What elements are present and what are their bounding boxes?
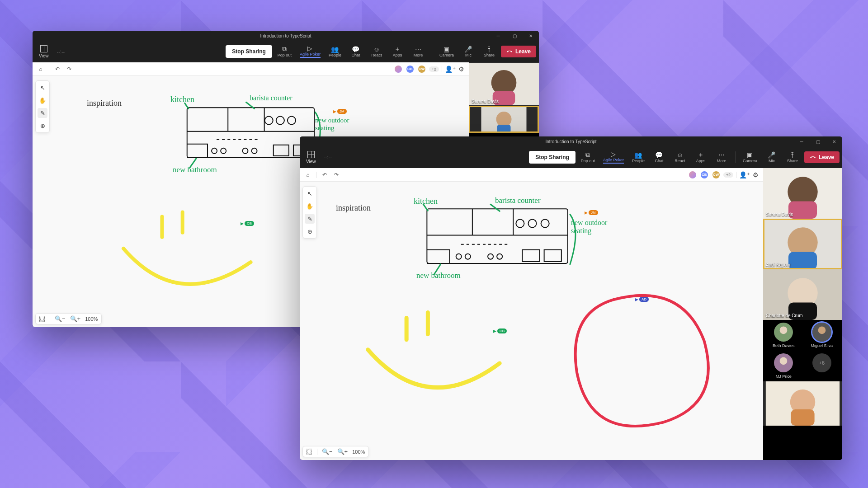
agile-poker-button[interactable]: ▷Agile Poker [297,44,323,59]
participant-self-tile[interactable] [763,381,842,426]
leave-button[interactable]: Leave [501,46,536,57]
undo-button[interactable]: ↶ [321,171,328,178]
popout-button[interactable]: ⧉Pop out [275,45,294,58]
pen-tool[interactable]: ✎ [305,214,315,224]
participant-tile[interactable] [469,106,539,133]
zoom-out-button[interactable]: 🔍− [55,315,66,322]
react-button[interactable]: ☺React [368,45,386,58]
add-tool[interactable]: ⊕ [305,226,315,236]
participant-tile[interactable]: Serena Davis [469,62,539,106]
tool-tray: ↖ ✋ ✎ ⊕ [302,186,317,239]
pen-tool[interactable]: ✎ [38,108,47,118]
chat-icon: 💬 [352,46,359,52]
participant-tile[interactable]: Aadi Kapoor [763,219,842,269]
whiteboard-canvas[interactable]: ↖ ✋ ✎ ⊕ [300,182,763,460]
participant-avatar[interactable]: Miguel Silva [811,323,833,348]
mic-button[interactable]: 🎤Mic [763,151,781,164]
participant-tile[interactable]: Serena Davis [763,168,842,219]
zoom-in-button[interactable]: 🔍+ [70,315,81,322]
collab-avatar[interactable]: CB [700,170,709,179]
agile-poker-button[interactable]: ▷Agile Poker [600,150,627,164]
minimize-button[interactable]: ─ [490,31,506,41]
apps-button[interactable]: ＋Apps [388,45,406,58]
mic-button[interactable]: 🎤Mic [459,45,477,58]
select-tool[interactable]: ↖ [305,188,315,198]
settings-icon[interactable]: ⚙ [458,66,464,73]
collab-more-badge[interactable]: +2 [429,66,439,72]
collab-avatar[interactable]: CW [417,65,426,74]
react-button[interactable]: ☺React [671,151,689,164]
stop-sharing-button[interactable]: Stop Sharing [529,151,576,164]
participant-tile[interactable]: Charlotte de Crum [763,269,842,320]
ellipsis-icon: ⋯ [718,152,725,158]
collab-avatar[interactable] [688,170,697,179]
view-button[interactable]: View [302,149,320,166]
apps-button[interactable]: ＋Apps [692,151,710,164]
svg-point-7 [251,148,257,154]
participant-avatar[interactable]: Beth Davies [773,323,795,348]
remote-cursor: ▸JM [333,108,347,115]
undo-button[interactable]: ↶ [54,66,61,73]
collab-avatar[interactable] [394,65,403,74]
more-button[interactable]: ⋯More [712,151,731,164]
people-button[interactable]: 👥People [629,151,647,164]
svg-rect-16 [427,209,568,263]
home-icon[interactable]: ⌂ [304,171,311,178]
pan-tool[interactable]: ✋ [38,95,47,105]
svg-point-36 [780,326,788,334]
svg-point-20 [456,254,462,259]
zoom-tray: ⿴ 🔍− 🔍+ 100% [35,313,102,324]
map-icon[interactable]: ⿴ [39,315,45,322]
view-button[interactable]: View [35,43,52,60]
maximize-button[interactable]: ▢ [506,31,523,41]
participant-name: Serena Davis [472,99,499,104]
add-tool[interactable]: ⊕ [38,121,47,131]
svg-point-22 [488,254,493,259]
ink-text-inspiration: inspiration [87,99,122,108]
zoom-in-button[interactable]: 🔍+ [337,448,348,455]
settings-icon[interactable]: ⚙ [753,171,759,178]
share-button[interactable]: ⭱Share [783,151,802,164]
maximize-button[interactable]: ▢ [810,136,826,146]
svg-point-3 [288,116,296,124]
svg-point-6 [242,148,248,154]
people-button[interactable]: 👥People [326,45,344,58]
redo-button[interactable]: ↷ [333,171,340,178]
svg-point-4 [212,148,217,154]
stop-sharing-button[interactable]: Stop Sharing [226,45,272,58]
tool-tray: ↖ ✋ ✎ ⊕ [35,80,50,133]
leave-button[interactable]: Leave [804,151,840,163]
close-button[interactable]: ✕ [523,31,539,41]
collab-avatar[interactable]: CW [712,170,721,179]
collab-more-badge[interactable]: +2 [723,172,733,178]
map-icon[interactable]: ⿴ [307,448,312,455]
chat-button[interactable]: 💬Chat [650,151,668,164]
svg-rect-43 [791,409,814,426]
share-icon: ⭱ [789,152,796,158]
popout-button[interactable]: ⧉Pop out [578,151,598,164]
svg-point-19 [541,219,549,227]
chat-button[interactable]: 💬Chat [347,45,365,58]
close-button[interactable]: ✕ [826,136,842,146]
collab-avatar[interactable]: CB [406,65,415,74]
minimize-button[interactable]: ─ [793,136,810,146]
camera-button[interactable]: ▣Camera [740,151,760,164]
select-tool[interactable]: ↖ [38,83,47,93]
svg-rect-31 [788,252,817,270]
svg-point-5 [221,148,226,154]
add-user-icon[interactable]: 👤⁺ [739,171,750,178]
pan-tool[interactable]: ✋ [305,201,315,211]
redo-button[interactable]: ↷ [66,66,73,73]
home-icon[interactable]: ⌂ [37,66,44,73]
more-button[interactable]: ⋯More [409,45,427,58]
add-user-icon[interactable]: 👤⁺ [445,66,456,73]
svg-point-17 [516,219,524,227]
svg-rect-24 [522,250,539,262]
chat-icon: 💬 [656,152,663,158]
share-button[interactable]: ⭱Share [480,45,498,58]
participant-avatar[interactable]: MJ Price [774,353,793,379]
play-icon: ▷ [610,151,617,157]
zoom-out-button[interactable]: 🔍− [322,448,333,455]
participant-more[interactable]: +6 [812,353,831,379]
camera-button[interactable]: ▣Camera [437,45,457,58]
